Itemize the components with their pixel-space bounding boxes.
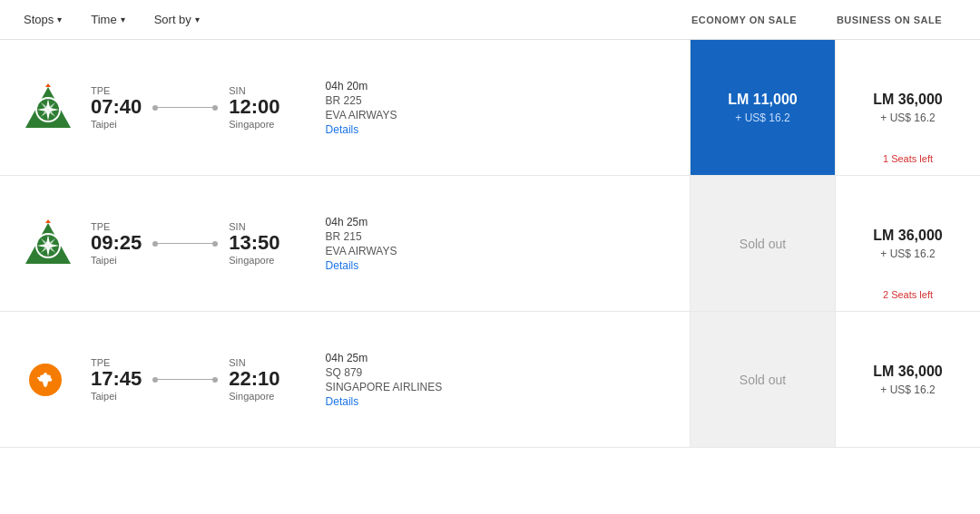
sort-arrow-icon: ▾ [195,15,200,24]
filter-bar: Stops ▾ Time ▾ Sort by ▾ ECONOMY ON SALE… [0,0,980,40]
economy-price-cell: Sold out [690,312,835,447]
business-usd: + US$ 16.2 [880,383,935,396]
business-price-cell[interactable]: LM 36,000 + US$ 16.2 [835,312,980,447]
origin-time: 17:45 [91,368,142,390]
route-arrow [152,377,218,383]
origin-block: TPE 07:40 Taipei [91,85,142,129]
business-usd: + US$ 16.2 [880,112,935,124]
origin-block: TPE 09:25 Taipei [91,221,142,265]
dest-block: SIN 22:10 Singapore [229,357,279,401]
flight-number: BR 225 [326,94,397,107]
origin-block: TPE 17:45 Taipei [91,357,142,401]
dest-time: 12:00 [229,96,279,118]
origin-time: 07:40 [91,96,142,118]
economy-price-cell: Sold out [690,176,835,311]
dest-city: Singapore [229,119,274,130]
time-filter[interactable]: Time ▾ [85,9,130,30]
airline-name: EVA AIRWAYS [326,245,397,257]
dest-time: 22:10 [229,368,279,390]
dest-city: Singapore [229,391,274,402]
route-block: TPE 17:45 Taipei SIN 22:10 Singapore [91,357,280,401]
route-dot-right [212,377,218,383]
route-line [158,107,212,108]
route-dot-right [212,105,218,111]
flight-row: TPE 07:40 Taipei SIN 12:00 Singapore 04h… [0,40,980,176]
flight-duration: 04h 25m [326,352,443,364]
stops-label: Stops [24,13,54,26]
airline-logo [18,362,73,398]
time-arrow-icon: ▾ [121,15,125,24]
stops-filter[interactable]: Stops ▾ [18,9,67,30]
dest-block: SIN 12:00 Singapore [229,85,279,129]
business-seats-left: 2 Seats left [883,289,933,300]
sort-filter[interactable]: Sort by ▾ [149,9,205,30]
airline-logo [18,218,73,268]
flight-info: TPE 17:45 Taipei SIN 22:10 Singapore 04h… [0,312,690,447]
flight-duration: 04h 20m [326,80,397,92]
flight-info: TPE 07:40 Taipei SIN 12:00 Singapore 04h… [0,40,690,175]
business-miles: LM 36,000 [873,227,942,246]
dest-block: SIN 13:50 Singapore [229,221,279,265]
origin-city: Taipei [91,119,117,130]
price-cells: Sold out LM 36,000 + US$ 16.2 2 Seats le… [690,176,980,311]
business-header: BUSINESS ON SALE [817,15,962,25]
route-arrow [152,105,218,111]
economy-usd: + US$ 16.2 [735,112,789,124]
route-dot-right [212,241,218,247]
economy-miles: LM 11,000 [728,91,797,110]
price-cells: Sold out LM 36,000 + US$ 16.2 [690,312,980,447]
flight-details: 04h 20m BR 225 EVA AIRWAYS Details [326,80,397,136]
origin-time: 09:25 [91,232,142,254]
business-usd: + US$ 16.2 [880,247,935,260]
route-block: TPE 09:25 Taipei SIN 13:50 Singapore [91,221,280,265]
time-label: Time [91,13,116,26]
origin-city: Taipei [91,391,117,402]
flight-duration: 04h 25m [326,216,397,228]
business-miles: LM 36,000 [873,91,942,110]
route-arrow [152,241,218,247]
sort-label: Sort by [154,13,191,26]
details-link[interactable]: Details [326,259,397,272]
sold-out-label: Sold out [740,237,786,251]
route-line [158,243,212,244]
svg-marker-11 [45,83,51,87]
business-miles: LM 36,000 [873,363,942,382]
svg-marker-23 [45,219,51,223]
details-link[interactable]: Details [326,395,443,408]
dest-city: Singapore [229,255,274,266]
route-line [158,379,212,380]
flights-list: TPE 07:40 Taipei SIN 12:00 Singapore 04h… [0,40,980,448]
dest-time: 13:50 [229,232,279,254]
details-link[interactable]: Details [326,123,397,136]
stops-arrow-icon: ▾ [57,15,62,24]
flight-info: TPE 09:25 Taipei SIN 13:50 Singapore 04h… [0,176,690,311]
flight-row: TPE 09:25 Taipei SIN 13:50 Singapore 04h… [0,176,980,312]
business-price-cell[interactable]: LM 36,000 + US$ 16.2 1 Seats left [835,40,980,175]
airline-name: EVA AIRWAYS [326,109,397,121]
flight-row: TPE 17:45 Taipei SIN 22:10 Singapore 04h… [0,312,980,448]
flight-details: 04h 25m BR 215 EVA AIRWAYS Details [326,216,397,272]
business-seats-left: 1 Seats left [883,153,933,164]
route-block: TPE 07:40 Taipei SIN 12:00 Singapore [91,85,280,129]
flight-number: BR 215 [326,230,397,243]
economy-price-cell[interactable]: LM 11,000 + US$ 16.2 [690,40,835,175]
price-cells: LM 11,000 + US$ 16.2 LM 36,000 + US$ 16.… [690,40,980,175]
airline-logo [18,82,73,132]
flight-number: SQ 879 [326,366,443,379]
airline-name: SINGAPORE AIRLINES [326,381,443,393]
flight-details: 04h 25m SQ 879 SINGAPORE AIRLINES Detail… [326,352,443,408]
origin-city: Taipei [91,255,117,266]
business-price-cell[interactable]: LM 36,000 + US$ 16.2 2 Seats left [835,176,980,311]
sold-out-label: Sold out [740,373,786,387]
economy-header: ECONOMY ON SALE [671,15,817,25]
